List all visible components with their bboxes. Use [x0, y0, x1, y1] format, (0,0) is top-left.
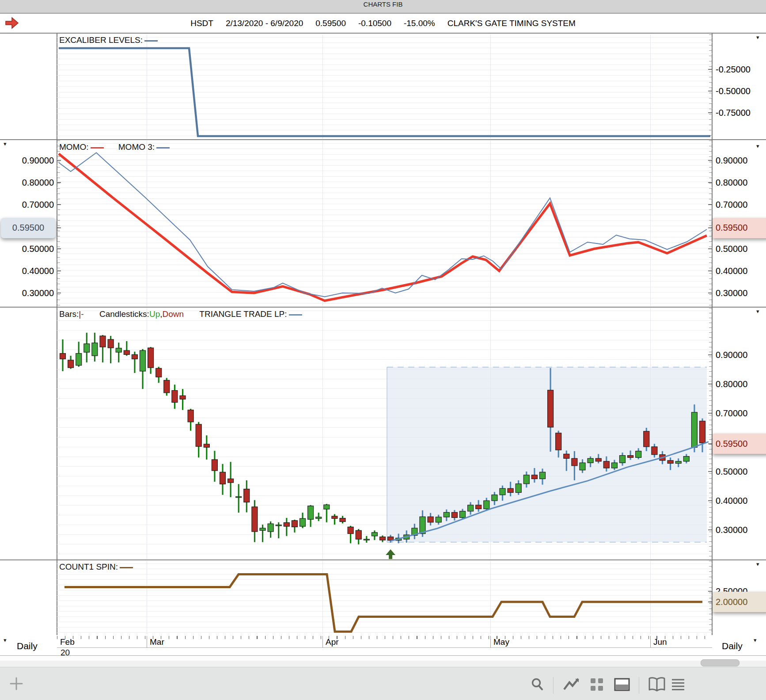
buy-signal-arrow [386, 549, 395, 559]
axis-tick-label: -0.50000 [716, 86, 751, 96]
candles-up-label: Up [149, 309, 160, 319]
month-label: Jun [653, 637, 667, 647]
triangle-line-sample [289, 314, 302, 316]
axis-tick-label: 0.80000 [716, 379, 747, 389]
price-change: -0.10500 [358, 19, 391, 28]
axis-tick-label: 0.40000 [1, 266, 54, 276]
axis-minor-ticks [709, 141, 712, 306]
separator [0, 33, 766, 34]
separator [0, 307, 766, 308]
forward-arrow-icon[interactable] [4, 16, 19, 30]
axis-tick-label: -0.75000 [716, 108, 751, 118]
axis-tick-label: 0.40000 [716, 266, 747, 276]
price-highlight-badge: 2.00000 [713, 592, 766, 612]
axis-tick-label: 0.70000 [716, 408, 747, 418]
momo3-label: MOMO 3: [118, 142, 155, 152]
last-price: 0.59500 [315, 19, 346, 28]
scroll-track [0, 661, 766, 667]
price-highlight-badge: 0.59500 [713, 218, 766, 238]
bars-sample: |- [79, 309, 83, 319]
month-label: Mar [150, 637, 164, 647]
momo-label: MOMO: [59, 142, 89, 152]
month-label: Apr [326, 637, 339, 647]
timeframe-left[interactable]: Daily [17, 641, 38, 651]
toolbar-divider [553, 677, 554, 694]
window-layout-icon[interactable] [612, 675, 632, 694]
axis-tick-label: 0.80000 [1, 178, 54, 188]
count1-legend: COUNT1 SPIN: [59, 562, 134, 572]
axis-minor-ticks [709, 308, 712, 559]
axis-minor-ticks [709, 561, 712, 634]
axis-tick-label: 0.50000 [716, 467, 747, 477]
month-label: Feb [60, 637, 75, 647]
axis-tick-label: 0.90000 [1, 156, 54, 166]
axis-tick-label: 0.30000 [1, 288, 54, 298]
candlesticks-label: Candlesticks: [99, 309, 149, 319]
momo-line-sample [91, 147, 104, 148]
axis-tick-label: 0.30000 [716, 525, 747, 535]
momo-legend: MOMO: MOMO 3: [59, 142, 171, 152]
excaliber-panel[interactable] [57, 34, 712, 139]
list-menu-icon[interactable] [669, 675, 687, 694]
count1-panel[interactable] [57, 561, 712, 634]
panel-menu-icon[interactable]: ▾ [756, 35, 759, 40]
system-name: CLARK'S GATE TIMING SYSTEM [447, 19, 576, 28]
axis-tick-label: 0.30000 [716, 288, 747, 298]
panel-menu-icon[interactable]: ▾ [756, 144, 759, 148]
quote-header: HSDT 2/13/2020 - 6/9/2020 0.59500 -0.105… [0, 14, 766, 34]
trendline-tool-icon[interactable] [562, 675, 581, 694]
separator [0, 559, 766, 560]
axis-tick-label: 0.40000 [716, 496, 747, 506]
triangle-trade-label: TRIANGLE TRADE LP: [199, 309, 287, 319]
price-highlight-badge: 0.59500 [713, 434, 766, 454]
axis-tick-label: 0.50000 [716, 244, 747, 254]
divider [57, 647, 712, 648]
count1-label: COUNT1 SPIN: [59, 562, 118, 571]
axis-tick-label: 0.50000 [1, 244, 54, 254]
axis-tick-label: 0.80000 [716, 178, 747, 188]
momo3-line-sample [156, 147, 170, 148]
panel-menu-icon[interactable]: ▾ [4, 142, 7, 146]
bars-label: Bars: [59, 309, 79, 319]
axis-minor-ticks [709, 34, 712, 139]
timeframe-right[interactable]: Daily [722, 641, 743, 651]
horizontal-scrollbar-thumb[interactable] [701, 659, 739, 666]
date-range: 2/13/2020 - 6/9/2020 [226, 19, 303, 28]
axis-minor-ticks [57, 141, 60, 306]
axis-tick-label: 0.90000 [716, 156, 747, 166]
add-icon[interactable] [8, 675, 25, 692]
panel-menu-icon[interactable]: ▾ [756, 309, 759, 314]
symbol: HSDT [190, 19, 213, 28]
charting-app-window: CHARTS FIB HSDT 2/13/2020 - 6/9/2020 0.5… [0, 0, 766, 700]
excaliber-line-sample [144, 40, 158, 42]
grid-layout-icon[interactable] [588, 675, 606, 694]
first-date-label: 20 [61, 648, 70, 658]
candles-down-label: Down [162, 309, 184, 319]
month-label: May [493, 637, 509, 647]
price-legend: Bars:|- Candlesticks:Up,Down TRIANGLE TR… [59, 309, 303, 319]
month-separator [650, 636, 651, 647]
excaliber-legend: EXCALIBER LEVELS: [59, 35, 159, 45]
count1-line-sample [120, 567, 133, 568]
axis-tick-label: 0.90000 [716, 350, 747, 360]
book-icon[interactable] [647, 675, 667, 694]
timeframe-menu-icon[interactable]: ▾ [754, 638, 757, 643]
price-highlight-badge: 0.59500 [1, 218, 56, 238]
window-title: CHARTS FIB [0, 0, 766, 14]
axis-tick-label: 0.70000 [716, 200, 747, 210]
axis-tick-label: 0.70000 [1, 200, 54, 210]
status-band [0, 656, 766, 661]
search-icon[interactable] [528, 675, 547, 694]
excaliber-label: EXCALIBER LEVELS: [59, 35, 143, 45]
month-separator [322, 636, 323, 647]
month-separator [490, 636, 491, 647]
timeframe-menu-icon[interactable]: ▾ [4, 638, 7, 643]
price-change-pct: -15.00% [404, 19, 435, 28]
x-axis-strip: FebMarAprMayJun [0, 635, 766, 655]
separator [0, 139, 766, 140]
panel-menu-icon[interactable]: ▾ [756, 562, 759, 567]
axis-tick-label: -0.25000 [716, 65, 751, 75]
momo-panel[interactable] [57, 141, 712, 306]
price-panel[interactable] [57, 308, 712, 559]
month-separator [147, 636, 147, 647]
